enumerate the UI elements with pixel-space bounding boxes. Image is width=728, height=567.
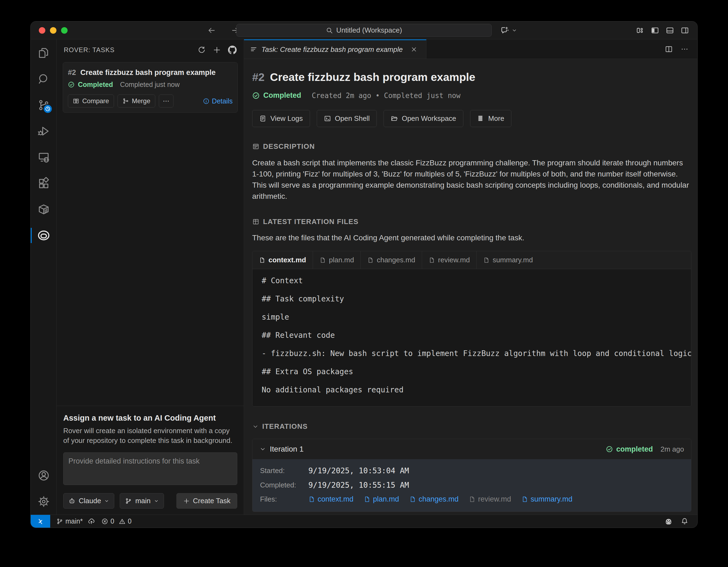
details-label: Details <box>212 97 233 105</box>
compare-label: Compare <box>82 97 109 105</box>
file-link-review: review.md <box>469 495 511 503</box>
remote-icon <box>37 518 44 525</box>
task-instructions-input[interactable] <box>63 452 237 485</box>
more-actions-button[interactable]: More <box>470 110 511 127</box>
split-editor-icon[interactable] <box>665 45 673 53</box>
activity-explorer[interactable] <box>31 40 56 66</box>
compare-button[interactable]: Compare <box>68 94 114 107</box>
file-tab-summary[interactable]: summary.md <box>477 251 539 269</box>
activity-search[interactable] <box>31 66 56 92</box>
github-icon[interactable] <box>228 46 237 54</box>
add-task-icon[interactable] <box>213 46 221 54</box>
git-branch-icon <box>125 498 132 505</box>
create-task-label: Create Task <box>193 497 230 505</box>
model-select-button[interactable]: Claude <box>63 493 114 509</box>
file-link-label: context.md <box>318 495 353 503</box>
toggle-secondary-sidebar-icon[interactable] <box>680 26 689 35</box>
editor-tab-bar: Task: Create fizzbuzz bash program examp… <box>244 39 697 59</box>
file-icon <box>364 496 371 503</box>
close-tab-icon[interactable] <box>411 46 417 53</box>
history-navigation <box>207 21 240 39</box>
new-task-heading: Assign a new task to an AI Coding Agent <box>63 414 237 423</box>
status-badge: Completed <box>263 91 301 100</box>
file-tabs: context.md plan.md changes.md <box>252 251 691 269</box>
problems-status[interactable]: 0 0 <box>101 517 132 525</box>
command-center-search[interactable]: Untitled (Workspace) <box>236 24 492 37</box>
file-content-viewer[interactable]: # Context ## Task complexity simple ## R… <box>252 269 691 406</box>
file-tab-review[interactable]: review.md <box>422 251 477 269</box>
toggle-primary-sidebar-icon[interactable] <box>651 26 659 35</box>
toggle-panel-icon[interactable] <box>666 26 674 35</box>
activity-remote-explorer[interactable] <box>31 144 56 170</box>
file-icon <box>469 496 476 503</box>
refresh-icon[interactable] <box>198 46 206 54</box>
file-tab-plan[interactable]: plan.md <box>313 251 361 269</box>
git-branch-status[interactable]: main* <box>56 517 95 525</box>
warning-count: 0 <box>128 517 132 525</box>
close-window-button[interactable] <box>39 27 45 34</box>
file-icon <box>429 257 435 263</box>
branch-select-button[interactable]: main <box>120 493 164 509</box>
editor-more-actions-icon[interactable] <box>680 45 689 53</box>
activity-source-control[interactable] <box>31 92 56 118</box>
robot-icon <box>68 498 75 505</box>
new-task-form: Assign a new task to an AI Coding Agent … <box>57 406 244 515</box>
open-workspace-button[interactable]: Open Workspace <box>384 110 463 127</box>
file-link-label: plan.md <box>373 495 399 503</box>
file-link-changes[interactable]: changes.md <box>409 495 458 503</box>
task-card[interactable]: #2 Create fizzbuzz bash program example … <box>63 62 238 113</box>
activity-run-debug[interactable] <box>31 118 56 144</box>
customize-layout-icon[interactable] <box>636 26 644 35</box>
file-icon <box>319 257 326 263</box>
back-arrow-icon[interactable] <box>207 26 216 35</box>
started-label: Started: <box>260 467 308 475</box>
merge-button[interactable]: Merge <box>118 94 155 107</box>
activity-account[interactable] <box>31 463 56 489</box>
page-title: Create fizzbuzz bash program example <box>270 71 475 84</box>
task-more-button[interactable]: ⋯ <box>159 94 173 107</box>
file-link-context[interactable]: context.md <box>308 495 353 503</box>
file-tab-label: changes.md <box>377 256 415 264</box>
pending-changes-badge <box>43 104 53 114</box>
layout-controls <box>636 21 689 39</box>
iteration-header-row[interactable]: Iteration 1 completed 2m ago <box>252 439 691 459</box>
file-tab-context[interactable]: context.md <box>252 251 313 269</box>
file-icon <box>367 257 374 263</box>
copilot-menu[interactable] <box>500 21 517 39</box>
rover-icon <box>37 229 50 242</box>
check-circle-icon <box>252 92 260 99</box>
latest-files-subtitle: These are the files that the AI Coding A… <box>252 233 690 242</box>
status-bar: main* 0 0 <box>31 515 697 528</box>
note-icon <box>252 143 259 150</box>
file-tab-changes[interactable]: changes.md <box>361 251 422 269</box>
iteration-details: Started: 9/19/2025, 10:53:04 AM Complete… <box>252 459 691 512</box>
search-icon <box>37 73 50 85</box>
rover-agent-icon[interactable] <box>664 517 673 526</box>
table-icon <box>252 218 259 225</box>
merge-label: Merge <box>132 97 150 105</box>
file-tab-label: context.md <box>268 256 306 264</box>
description-section-header: DESCRIPTION <box>252 142 690 151</box>
file-link-summary[interactable]: summary.md <box>521 495 572 503</box>
create-task-button[interactable]: Create Task <box>176 493 237 509</box>
rover-tasks-sidebar: ROVER: TASKS #2 Create fizzbuzz bash pro… <box>57 39 244 515</box>
minimize-window-button[interactable] <box>50 27 56 34</box>
plus-icon <box>183 498 190 504</box>
notifications-bell-icon[interactable] <box>680 517 689 525</box>
account-icon <box>37 469 50 482</box>
task-editor-tab[interactable]: Task: Create fizzbuzz bash program examp… <box>244 39 426 59</box>
activity-containers[interactable] <box>31 196 56 222</box>
details-link[interactable]: Details <box>203 97 233 105</box>
iterations-section-header[interactable]: ITERATIONS <box>252 422 690 431</box>
activity-rover[interactable] <box>31 222 56 248</box>
maximize-window-button[interactable] <box>61 27 68 34</box>
activity-extensions[interactable] <box>31 170 56 196</box>
activity-settings[interactable] <box>31 489 56 515</box>
view-logs-button[interactable]: View Logs <box>252 110 310 127</box>
model-select-label: Claude <box>79 497 101 505</box>
open-shell-button[interactable]: Open Shell <box>317 110 377 127</box>
remote-indicator[interactable] <box>31 515 50 528</box>
search-icon <box>326 27 333 34</box>
file-link-plan[interactable]: plan.md <box>364 495 399 503</box>
folder-open-icon <box>391 115 398 122</box>
